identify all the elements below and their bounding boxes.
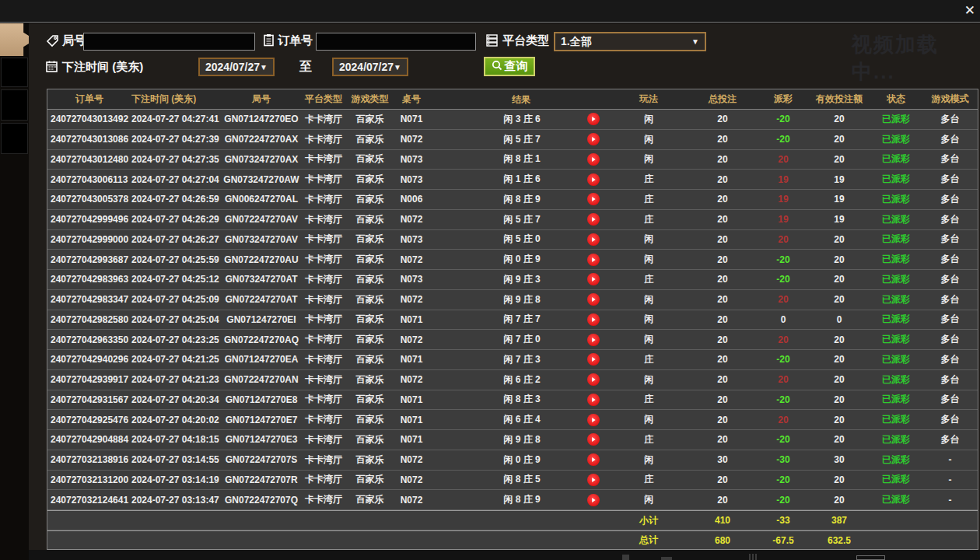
payout: -20 [759, 434, 807, 445]
status: 已派彩 [871, 213, 921, 226]
replay-video-icon[interactable] [587, 433, 600, 446]
replay-video-icon[interactable] [587, 213, 600, 226]
payout: -20 [759, 394, 807, 405]
valid-bet: 20 [807, 394, 871, 405]
replay-video-icon[interactable] [587, 193, 600, 205]
total-bet: 20 [686, 134, 759, 145]
subtotal-total-bet: 410 [686, 515, 759, 526]
round-id: GN071247270EA [223, 354, 299, 365]
replay-video-icon[interactable] [587, 474, 600, 486]
platform: 卡卡湾厅 [299, 313, 348, 326]
total-bet: 20 [686, 174, 759, 185]
valid-bet: 0 [807, 314, 871, 325]
replay-video-icon[interactable] [587, 453, 600, 466]
order-input[interactable] [316, 33, 476, 51]
date-from-select[interactable]: 2024/07/27 ▼ [198, 58, 275, 76]
payout: 19 [759, 194, 807, 205]
table-no: N072 [392, 495, 431, 506]
replay-video-icon[interactable] [587, 373, 600, 386]
bet-side: 庄 [611, 473, 686, 486]
replay-video-icon[interactable] [587, 254, 600, 266]
table-row: 2407270430134922024-07-27 04:27:41GN0712… [47, 110, 978, 130]
round-id: GN073247270AV [223, 234, 299, 245]
game-type: 百家乐 [348, 173, 392, 186]
window-titlebar: ✕ [0, 0, 980, 23]
game-type: 百家乐 [348, 313, 392, 326]
payout: 20 [759, 334, 807, 345]
round-id: GN071247270EO [223, 114, 299, 124]
round-id: GN071247270E7 [223, 415, 299, 425]
replay-video-icon[interactable] [587, 113, 600, 125]
sidebar-item[interactable] [1, 58, 28, 87]
bet-time: 2024-07-27 04:25:59 [131, 254, 223, 265]
pagination-fragment [661, 557, 672, 560]
game-mode: 多台 [921, 313, 979, 326]
pagination-strip-cutoff [29, 550, 980, 560]
sidebar-item[interactable] [1, 89, 28, 121]
platform: 卡卡湾厅 [299, 233, 348, 246]
round-id: GN073247270AT [223, 274, 299, 285]
order-id: 240727043013492 [47, 114, 131, 124]
result-text: 闲 5 庄 7 [460, 133, 584, 146]
round-id: GN072247270AQ [223, 334, 299, 345]
date-to-select[interactable]: 2024/07/27 ▼ [332, 58, 408, 76]
valid-bet: 19 [807, 174, 871, 185]
replay-video-icon[interactable] [587, 334, 600, 346]
table-header-row: 订单号下注时间 (美东)局号平台类型游戏类型桌号结果玩法总投注派彩有效投注额状态… [47, 89, 978, 110]
table-no: N073 [392, 154, 431, 165]
platform: 卡卡湾厅 [299, 253, 348, 266]
round-input[interactable] [83, 33, 255, 51]
table-no: N071 [392, 314, 431, 325]
round-id: GN073247270AW [223, 174, 299, 185]
replay-video-icon[interactable] [587, 273, 600, 285]
replay-video-icon[interactable] [587, 293, 600, 306]
table-row: 2407270429633502024-07-27 04:23:25GN0722… [47, 330, 978, 350]
chevron-down-icon: ▼ [260, 63, 268, 72]
result-text: 闲 8 庄 9 [460, 493, 584, 506]
replay-video-icon[interactable] [587, 153, 600, 166]
bet-time: 2024-07-27 04:27:35 [131, 154, 223, 165]
game-mode: 多台 [921, 253, 979, 266]
result-text: 闲 7 庄 3 [460, 353, 584, 366]
game-mode: 多台 [921, 373, 979, 387]
col-header-game-type: 游戏类型 [348, 93, 392, 106]
valid-bet: 20 [807, 274, 871, 285]
replay-video-icon[interactable] [587, 173, 600, 186]
result: 闲 3 庄 6 [431, 113, 611, 126]
replay-video-icon[interactable] [587, 133, 600, 145]
replay-video-icon[interactable] [587, 233, 600, 246]
game-mode: 多台 [921, 233, 979, 246]
game-mode: 多台 [921, 393, 979, 406]
table-no: N073 [392, 234, 431, 245]
replay-video-icon[interactable] [587, 394, 600, 406]
result: 闲 8 庄 3 [431, 393, 611, 406]
status: 已派彩 [871, 373, 921, 387]
total-bet: 20 [686, 334, 759, 345]
total-valid-bet: 632.5 [807, 535, 871, 546]
game-type: 百家乐 [348, 293, 392, 306]
chevron-down-icon: ▼ [691, 37, 699, 46]
platform-select[interactable]: 1.全部 ▼ [554, 32, 706, 51]
table-row: 2407270429833472024-07-27 04:25:09GN0722… [47, 290, 978, 310]
table-row: 2407270430061132024-07-27 04:27:04GN0732… [47, 170, 978, 190]
status: 已派彩 [871, 313, 921, 326]
date-from-value: 2024/07/27 [205, 61, 260, 73]
game-mode: 多台 [921, 173, 979, 186]
total-bet: 20 [686, 474, 759, 485]
result-text: 闲 8 庄 1 [460, 152, 584, 166]
replay-video-icon[interactable] [587, 313, 600, 326]
game-type: 百家乐 [348, 373, 392, 387]
game-type: 百家乐 [348, 353, 392, 366]
replay-video-icon[interactable] [587, 353, 600, 366]
close-icon[interactable]: ✕ [964, 2, 975, 19]
round-filter-label: 局号 [62, 33, 86, 48]
query-button[interactable]: 查询 [484, 57, 535, 76]
replay-video-icon[interactable] [587, 414, 600, 426]
bet-time: 2024-07-27 04:27:39 [131, 134, 223, 145]
round-id: GN0722472707S [223, 454, 299, 465]
sidebar-item[interactable] [1, 123, 28, 154]
bet-time: 2024-07-27 04:25:04 [131, 314, 223, 325]
replay-video-icon[interactable] [587, 494, 600, 506]
status: 已派彩 [871, 113, 921, 126]
video-loading-watermark: 视频加载中... [852, 31, 980, 86]
